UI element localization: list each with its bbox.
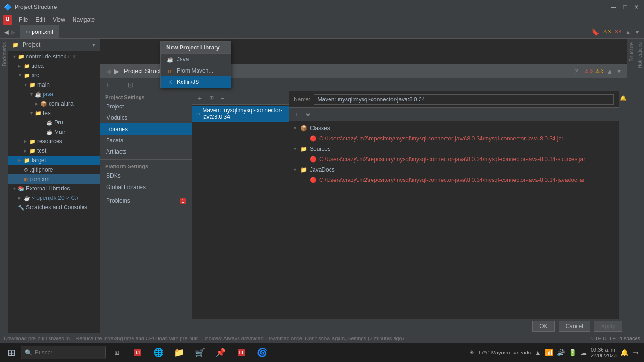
- tree-item-main[interactable]: ▼ 📁 main: [8, 80, 100, 90]
- nav-back[interactable]: ◀ ▶: [0, 25, 20, 38]
- menu-bar: IJ File Edit View Navigate: [0, 14, 644, 25]
- add-library-btn[interactable]: +: [103, 80, 113, 90]
- store-taskbar-icon[interactable]: 🛒: [190, 343, 209, 362]
- search-bar[interactable]: 🔍: [21, 346, 106, 359]
- ps-add-btn[interactable]: +: [195, 93, 205, 103]
- notification-tray-icon[interactable]: 🔔: [620, 349, 628, 356]
- tree-item-resources[interactable]: ▶ 📁 resources: [8, 137, 100, 146]
- right-add-classes-btn[interactable]: ⊕: [303, 110, 313, 119]
- jar-icon: 🔴: [310, 135, 317, 142]
- ps-right-panel: Name: + ⊕ − ▼: [289, 91, 619, 319]
- javadocs-jar-item[interactable]: 🔴 C:\Users\crazy\.m2\repository\mysql\my…: [289, 175, 619, 185]
- encoding-label[interactable]: UTF-8: [591, 336, 606, 341]
- menu-file[interactable]: File: [15, 16, 32, 24]
- tree-item-java[interactable]: ▼ ☕ java: [8, 90, 100, 99]
- sources-section[interactable]: ▼ 📁 Sources: [289, 144, 619, 154]
- tree-item-src[interactable]: ▼ 📁 src: [8, 71, 100, 80]
- nav-item-global-libraries[interactable]: Global Libraries: [100, 181, 192, 193]
- status-message: Download pre-built shared in... Reduce t…: [4, 336, 404, 341]
- classes-jar-item[interactable]: 🔴 C:\Users\crazy\.m2\repository\mysql\my…: [289, 133, 619, 144]
- start-button[interactable]: ⊞: [2, 343, 21, 362]
- notifications-label[interactable]: Notifications: [637, 42, 643, 68]
- intellij-taskbar-icon[interactable]: IJ: [128, 343, 147, 362]
- menu-navigate[interactable]: Navigate: [69, 16, 99, 24]
- nav-item-facets[interactable]: Facets: [100, 135, 192, 146]
- dropdown-from-maven[interactable]: m From Maven...: [161, 65, 231, 76]
- classes-section[interactable]: ▼ 📦 Classes: [289, 123, 619, 133]
- chevron-up-icon[interactable]: ▲: [625, 29, 631, 35]
- menu-view[interactable]: View: [49, 16, 69, 24]
- chevron-up2-icon[interactable]: ▲: [606, 67, 613, 75]
- menu-edit[interactable]: Edit: [32, 16, 49, 24]
- nav-item-project[interactable]: Project: [100, 101, 192, 112]
- line-sep-label[interactable]: LF: [610, 336, 616, 341]
- nav-item-problems[interactable]: Problems 1: [100, 195, 192, 206]
- bookmark-icon[interactable]: 🔖: [591, 28, 599, 36]
- tree-item-external-libs[interactable]: ▼ 📚 External Libraries: [8, 184, 100, 193]
- indent-label[interactable]: 4 spaces: [619, 336, 640, 341]
- notif-icon[interactable]: 🔔: [620, 95, 627, 101]
- search-input[interactable]: [35, 349, 91, 356]
- close-btn[interactable]: ✕: [633, 3, 640, 11]
- cancel-button[interactable]: Cancel: [559, 321, 590, 332]
- ps-add2-btn[interactable]: ⊞: [206, 93, 216, 103]
- forward-arrow[interactable]: ▶: [113, 67, 120, 75]
- nav-item-artifacts[interactable]: Artifacts: [100, 146, 192, 157]
- chrome-taskbar-icon[interactable]: 🌀: [253, 343, 272, 362]
- back-arrow[interactable]: ◀: [105, 67, 112, 75]
- edge-taskbar-icon[interactable]: 🌐: [149, 343, 168, 362]
- tree-item-main-class[interactable]: ☕ Main: [8, 127, 100, 137]
- taskview-icon[interactable]: ⊞: [107, 343, 126, 362]
- minimize-btn[interactable]: ─: [610, 3, 618, 11]
- ps-remove-btn[interactable]: −: [218, 93, 227, 103]
- tree-item-test2[interactable]: ▶ 📁 test: [8, 146, 100, 156]
- maximize-btn[interactable]: □: [621, 3, 629, 11]
- bookmarks-label[interactable]: Bookmarks: [2, 42, 7, 66]
- network-icon[interactable]: 📶: [545, 349, 553, 356]
- help-icon[interactable]: ?: [574, 67, 578, 75]
- bookmarks-strip: Bookmarks: [0, 39, 8, 333]
- structure-label[interactable]: Structure: [629, 42, 634, 62]
- tree-item-pru[interactable]: ☕ Pru: [8, 118, 100, 127]
- explorer-taskbar-icon[interactable]: 📁: [170, 343, 189, 362]
- tree-item-pom-xml[interactable]: m pom.xml: [8, 174, 100, 184]
- volume-icon[interactable]: 🔊: [557, 349, 565, 356]
- remove-library-btn[interactable]: −: [115, 80, 124, 90]
- sticky-taskbar-icon[interactable]: 📌: [211, 343, 230, 362]
- top-right-actions: 🔖 ⚠3 ✕3 ▲ ▼: [587, 28, 644, 36]
- nav-item-sdks[interactable]: SDKs: [100, 170, 192, 181]
- content-area: Bookmarks 📁 Project ▼ ▼ 📁 control-de-sto…: [0, 39, 644, 333]
- tab-pom-xml[interactable]: m pom.xml: [20, 25, 59, 38]
- project-dropdown-icon[interactable]: ▼: [91, 42, 96, 48]
- chevron-down2-icon[interactable]: ▼: [616, 67, 622, 75]
- name-input[interactable]: [314, 94, 614, 105]
- name-row: Name:: [289, 91, 619, 108]
- right-remove-btn[interactable]: −: [314, 110, 324, 119]
- nav-item-libraries[interactable]: Libraries: [100, 123, 192, 135]
- tree-item-com-alura[interactable]: ▶ 📦 com.alura: [8, 99, 100, 108]
- tree-item-scratches[interactable]: 🔧 Scratches and Consoles: [8, 203, 100, 212]
- ps-main: + ⊞ − m Maven: mysql:mysql-connector-jav…: [192, 91, 289, 319]
- dropdown-java[interactable]: ☕ Java: [161, 54, 231, 65]
- tree-item-test[interactable]: ▼ 📁 test: [8, 108, 100, 118]
- javadocs-section[interactable]: ▼ 📁 JavaDocs: [289, 165, 619, 175]
- tree-item-idea[interactable]: ▶ 📁 .idea: [8, 61, 100, 71]
- library-list-item-selected[interactable]: m Maven: mysql:mysql-connector-java:8.0.…: [192, 106, 289, 122]
- apply-button[interactable]: Apply: [594, 321, 622, 332]
- show-desktop-icon[interactable]: ▭: [632, 349, 638, 356]
- tree-item-target[interactable]: ▶ 📁 target: [8, 156, 100, 165]
- tree-item-gitignore[interactable]: ⚙ .gitignore: [8, 165, 100, 174]
- tray-up-icon[interactable]: ▲: [535, 349, 541, 356]
- copy-library-btn[interactable]: ⊡: [126, 80, 135, 90]
- chevron-down-icon[interactable]: ▼: [635, 29, 640, 35]
- dropdown-kotlin-js[interactable]: K Kotlin/JS: [161, 76, 231, 88]
- ok-button[interactable]: OK: [532, 321, 554, 332]
- clock[interactable]: 09:36 a. m. 22/08/2023: [591, 347, 617, 358]
- nav-item-modules[interactable]: Modules: [100, 112, 192, 123]
- right-add-btn[interactable]: +: [292, 110, 301, 119]
- tree-item-openjdk[interactable]: ▶ ☕ < openjdk-20 > C:\: [8, 193, 100, 203]
- tree-item-control-de-stock[interactable]: ▼ 📁 control-de-stock C:\C: [8, 52, 100, 61]
- idea-taskbar2-icon[interactable]: IJ: [232, 343, 251, 362]
- sources-jar-item[interactable]: 🔴 C:\Users\crazy\.m2\repository\mysql\my…: [289, 154, 619, 165]
- platform-settings-section: Platform Settings: [100, 159, 192, 170]
